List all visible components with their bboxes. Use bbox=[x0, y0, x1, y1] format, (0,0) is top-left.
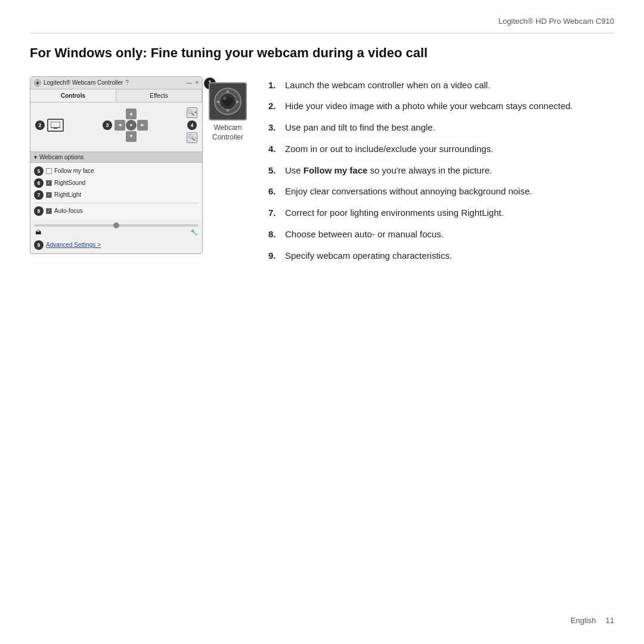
controls-row: 2 bbox=[35, 107, 197, 143]
webcam-thumb-wrapper: 1 ▲ ▼ ◄ ► bbox=[209, 82, 247, 120]
help-icon[interactable]: ? bbox=[125, 79, 129, 86]
rightsound-checkbox[interactable]: ✓ bbox=[46, 180, 52, 186]
zoom-out-button[interactable]: 🔍- bbox=[187, 132, 197, 143]
svg-rect-1 bbox=[54, 128, 57, 129]
footer: English 11 bbox=[571, 616, 614, 625]
dpad-left[interactable]: ◄ bbox=[114, 120, 125, 131]
left-panel: ◉ Logitech® Webcam Controller ? — × Cont… bbox=[30, 76, 250, 254]
instruction-5-text: Use Follow my face so you're always in t… bbox=[285, 164, 492, 177]
instruction-8: Choose between auto- or manual focus. bbox=[268, 228, 614, 241]
instruction-9-text: Specify webcam operating characteristics… bbox=[285, 249, 452, 262]
monitor-icon-group bbox=[47, 119, 64, 132]
options-label: Webcam options bbox=[39, 154, 83, 160]
dpad-tl bbox=[114, 109, 125, 119]
dpad-up[interactable]: ▲ bbox=[126, 109, 137, 119]
options-chevron: ▾ bbox=[34, 154, 37, 160]
instruction-9: Specify webcam operating characteristics… bbox=[268, 249, 614, 262]
dpad-tr bbox=[137, 109, 148, 119]
slider-max-icon: 🔧 bbox=[190, 229, 197, 236]
instruction-1-text: Launch the webcam controller when on a v… bbox=[285, 79, 490, 92]
focus-slider-container: 🏔 🔧 bbox=[30, 219, 202, 238]
badge-4: 4 bbox=[187, 120, 197, 130]
instruction-1: Launch the webcam controller when on a v… bbox=[268, 79, 614, 92]
webcam-label-line2: Controller bbox=[212, 132, 243, 143]
dpad-group: 3 ▲ ◄ ● ► ▼ bbox=[103, 109, 148, 142]
footer-page-number: 11 bbox=[606, 616, 614, 625]
zoom-col: 🔍+ 4 🔍- bbox=[187, 107, 197, 143]
webcam-label-line1: Webcam bbox=[212, 123, 243, 133]
options-list: 5 Follow my face 6 ✓ RightSound 7 ✓ bbox=[30, 163, 202, 219]
titlebar-left: ◉ Logitech® Webcam Controller ? bbox=[34, 79, 129, 86]
instruction-4: Zoom in or out to include/exclude your s… bbox=[268, 143, 614, 156]
badge-2: 2 bbox=[35, 120, 45, 130]
instruction-6: Enjoy clear conversations without annoyi… bbox=[268, 185, 614, 198]
badge-3: 3 bbox=[103, 120, 112, 130]
svg-point-5 bbox=[223, 97, 227, 100]
instruction-7: Correct for poor lighting environments u… bbox=[268, 206, 614, 219]
instructions-list: Launch the webcam controller when on a v… bbox=[268, 79, 614, 262]
section-title: For Windows only: Fine tuning your webca… bbox=[30, 45, 614, 62]
advanced-settings-row: 9 Advanced Settings > bbox=[30, 238, 202, 253]
webcam-label: Webcam Controller bbox=[212, 123, 243, 143]
autofocus-checkbox[interactable]: ✓ bbox=[46, 208, 52, 214]
dpad-down[interactable]: ▼ bbox=[126, 131, 137, 142]
instruction-3: Use pan and tilt to find the best angle. bbox=[268, 121, 614, 134]
product-title: Logitech® HD Pro Webcam C910 bbox=[499, 17, 614, 26]
webcam-icon: ◉ bbox=[34, 79, 41, 86]
tab-controls[interactable]: Controls bbox=[30, 89, 116, 102]
webcam-image-area: 1 ▲ ▼ ◄ ► bbox=[209, 82, 247, 143]
badge-9: 9 bbox=[34, 240, 44, 250]
svg-text:◄: ◄ bbox=[215, 99, 220, 104]
zoom-in-button[interactable]: 🔍+ bbox=[187, 107, 197, 118]
slider-min-icon: 🏔 bbox=[35, 229, 41, 236]
dpad-center[interactable]: ● bbox=[126, 120, 137, 131]
svg-text:►: ► bbox=[236, 99, 240, 104]
rightlight-checkbox[interactable]: ✓ bbox=[46, 192, 52, 198]
tab-effects[interactable]: Effects bbox=[116, 89, 202, 102]
dpad-bl bbox=[114, 131, 125, 142]
minimize-button[interactable]: — bbox=[186, 79, 192, 86]
monitor-group: 2 bbox=[35, 119, 64, 132]
dpad: ▲ ◄ ● ► ▼ bbox=[114, 109, 148, 142]
badge-6: 6 bbox=[34, 178, 44, 188]
webcam-titlebar: ◉ Logitech® Webcam Controller ? — × bbox=[30, 77, 202, 89]
follow-my-face-label: Follow my face bbox=[54, 168, 94, 174]
main-content: For Windows only: Fine tuning your webca… bbox=[30, 45, 614, 270]
content-area: ◉ Logitech® Webcam Controller ? — × Cont… bbox=[30, 76, 614, 271]
advanced-settings-link[interactable]: Advanced Settings > bbox=[46, 242, 101, 248]
slider-icons-row: 🏔 🔧 bbox=[34, 229, 199, 236]
badge-5: 5 bbox=[34, 166, 44, 176]
top-divider bbox=[30, 33, 614, 33]
webcam-thumbnail: ▲ ▼ ◄ ► bbox=[209, 82, 247, 120]
webcam-options-header: ▾ Webcam options bbox=[30, 151, 202, 163]
instruction-6-text: Enjoy clear conversations without annoyi… bbox=[285, 185, 532, 198]
dpad-right[interactable]: ► bbox=[137, 120, 148, 131]
option-rightsound: 6 ✓ RightSound bbox=[34, 177, 199, 189]
svg-text:▼: ▼ bbox=[225, 108, 230, 113]
webcam-ui-mockup: ◉ Logitech® Webcam Controller ? — × Cont… bbox=[30, 76, 203, 254]
instruction-7-text: Correct for poor lighting environments u… bbox=[285, 206, 504, 219]
instruction-2-text: Hide your video image with a photo while… bbox=[285, 100, 573, 113]
option-follow-my-face: 5 Follow my face bbox=[34, 165, 199, 177]
instruction-3-text: Use pan and tilt to find the best angle. bbox=[285, 121, 435, 134]
rightlight-label: RightLight bbox=[54, 191, 81, 198]
dpad-br bbox=[137, 131, 148, 142]
rightsound-label: RightSound bbox=[54, 179, 85, 186]
instruction-4-text: Zoom in or out to include/exclude your s… bbox=[285, 143, 493, 156]
follow-my-face-checkbox[interactable] bbox=[46, 168, 52, 174]
option-rightlight: 7 ✓ RightLight bbox=[34, 189, 199, 201]
instruction-2: Hide your video image with a photo while… bbox=[268, 100, 614, 113]
webcam-lens-svg: ▲ ▼ ◄ ► bbox=[213, 86, 243, 116]
webcam-title: Logitech® Webcam Controller bbox=[44, 79, 123, 86]
instructions-panel: Launch the webcam controller when on a v… bbox=[268, 76, 614, 271]
instruction-8-text: Choose between auto- or manual focus. bbox=[285, 228, 444, 241]
footer-language: English bbox=[571, 616, 596, 625]
focus-slider-thumb[interactable] bbox=[113, 222, 119, 228]
divider-1 bbox=[34, 203, 199, 203]
autofocus-label: Auto-focus bbox=[54, 208, 83, 214]
svg-rect-0 bbox=[51, 122, 60, 128]
follow-my-face-bold: Follow my face bbox=[304, 165, 368, 175]
close-button[interactable]: × bbox=[195, 79, 199, 86]
monitor-icon bbox=[47, 119, 64, 132]
focus-slider-track bbox=[34, 224, 199, 227]
